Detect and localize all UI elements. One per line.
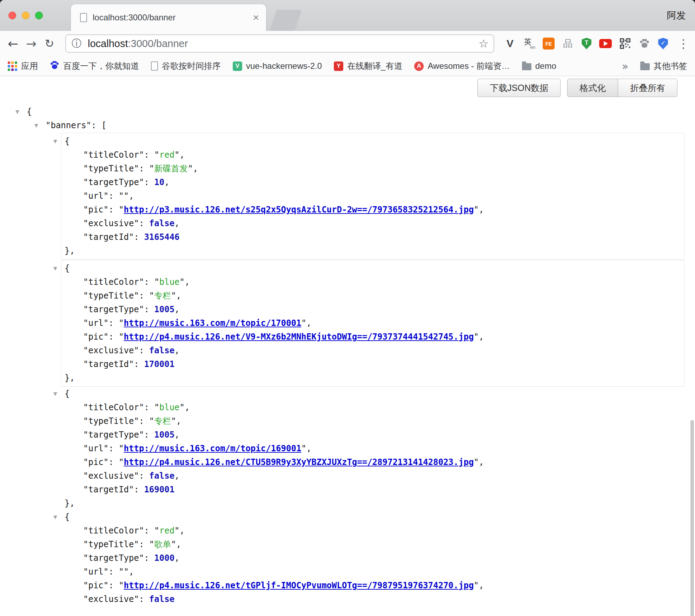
tab-close-icon[interactable]: × (253, 12, 259, 23)
bookmark-star-icon[interactable]: ☆ (478, 37, 489, 50)
bookmarks-overflow-chevron-icon[interactable]: » (622, 60, 628, 72)
bookmark-item-baidu[interactable]: 百度一下，你就知道 (50, 60, 139, 72)
forward-button[interactable]: → (23, 31, 39, 56)
omnibox[interactable]: ⓘ localhost:3000/banner ☆ (65, 34, 494, 53)
profile-name[interactable]: 阿发 (667, 0, 686, 31)
json-object-box: ▼{"titleColor": "blue","typeTitle": "专栏"… (61, 260, 684, 387)
url-host: localhost (88, 38, 128, 49)
json-line: "targetType": 1005, (61, 303, 684, 316)
json-line: "titleColor": "blue", (0, 401, 695, 414)
json-line: "titleColor": "blue", (61, 275, 684, 289)
json-link[interactable]: http://p4.music.126.net/V9-MXz6b2MNhEKju… (124, 332, 474, 342)
collapse-toggle-icon[interactable]: ▼ (34, 119, 46, 132)
page-content: 下载JSON数据 格式化 折叠所有 ▼{▼"banners": [▼{"titl… (0, 77, 695, 616)
reload-button[interactable]: ↻ (41, 31, 58, 56)
json-line: "targetId": 169001 (0, 483, 695, 497)
url-text[interactable]: localhost:3000/banner (88, 38, 188, 50)
vertical-scrollbar[interactable] (690, 420, 694, 616)
action-buttons: 下载JSON数据 格式化 折叠所有 (477, 79, 677, 97)
collapse-toggle-icon[interactable]: ▼ (15, 105, 27, 119)
window-zoom-button[interactable] (35, 12, 43, 19)
json-link[interactable]: http://p4.music.126.net/tGPljf-IMOCyPvum… (124, 581, 474, 590)
browser-window: localhost:3000/banner × 阿发 ← → ↻ ⓘ local… (0, 0, 695, 616)
window-minimize-button[interactable] (22, 12, 29, 19)
bookmark-item-demo[interactable]: demo (522, 61, 556, 71)
json-link[interactable]: http://music.163.com/m/topic/169001 (124, 444, 302, 453)
other-bookmarks[interactable]: 其他书签 (640, 60, 687, 72)
tab-favicon-page-icon (80, 13, 87, 22)
translate-pen-icon[interactable]: 英 en (523, 38, 535, 50)
toolbar: ← → ↻ ⓘ localhost:3000/banner ☆ V 英 en F… (0, 31, 695, 56)
download-json-button[interactable]: 下载JSON数据 (477, 79, 561, 97)
json-line: "pic": "http://p4.music.126.net/CTU5B9R9… (0, 456, 695, 469)
json-line: "exclusive": false, (61, 217, 684, 230)
window-close-button[interactable] (8, 12, 16, 19)
json-line: }, (0, 497, 695, 510)
json-line: }, (61, 244, 684, 258)
bookmark-item-google-sort[interactable]: 谷歌按时间排序 (151, 60, 221, 72)
collapse-toggle-icon[interactable]: ▼ (53, 387, 65, 401)
tab-title: localhost:3000/banner (93, 13, 253, 22)
vimium-icon[interactable]: V (504, 38, 516, 50)
security-check-icon[interactable]: ✓ (658, 38, 668, 50)
folder-icon (640, 63, 650, 70)
json-line: "url": "http://music.163.com/m/topic/170… (61, 316, 684, 330)
tab-strip: localhost:3000/banner × 阿发 (0, 0, 695, 31)
json-object-box: ▼{"titleColor": "red","typeTitle": "新碟首发… (61, 133, 684, 260)
browser-menu-icon[interactable]: ⋮ (677, 31, 689, 56)
new-tab-button[interactable] (270, 10, 302, 31)
json-line: "pic": "http://p4.music.126.net/tGPljf-I… (0, 579, 695, 592)
json-line: "typeTitle": "新碟首发", (61, 162, 684, 176)
back-button[interactable]: ← (5, 31, 21, 56)
json-line: "titleColor": "red", (61, 148, 684, 162)
page-icon (151, 61, 158, 71)
collapse-toggle-icon[interactable]: ▼ (53, 135, 65, 148)
bookmark-item-awesomes[interactable]: A Awesomes - 前端资… (414, 60, 510, 72)
json-line: "typeTitle": "专栏", (61, 289, 684, 303)
json-line: ▼{ (61, 262, 684, 275)
bookmark-item-youdao[interactable]: Y 在线翻译_有道 (334, 60, 402, 72)
json-line: "url": "http://music.163.com/m/topic/169… (0, 442, 695, 456)
browser-tab[interactable]: localhost:3000/banner × (71, 4, 266, 31)
bookmark-item-apps[interactable]: 应用 (8, 60, 38, 72)
collapse-toggle-icon[interactable]: ▼ (53, 510, 65, 524)
format-button[interactable]: 格式化 (567, 79, 618, 97)
json-line: "pic": "http://p4.music.126.net/V9-MXz6b… (61, 330, 684, 344)
paw-icon[interactable] (638, 38, 650, 50)
awesomes-icon: A (414, 61, 424, 71)
json-link[interactable]: http://p4.music.126.net/CTU5B9R9y3XyYBZX… (124, 457, 474, 467)
site-info-icon[interactable]: ⓘ (72, 37, 81, 50)
fehelper-icon[interactable]: FE (543, 38, 555, 50)
json-line: "url": "", (0, 565, 695, 579)
json-line: "targetType": 1005, (0, 428, 695, 442)
json-link[interactable]: http://music.163.com/m/topic/170001 (124, 318, 302, 328)
vue-icon: V (233, 61, 242, 71)
json-line: "targetType": 10, (61, 176, 684, 189)
json-line: ▼{ (0, 387, 695, 401)
baidu-paw-icon (50, 60, 59, 72)
json-link[interactable]: http://p3.music.126.net/s25q2x5QyqsAzilC… (124, 205, 474, 215)
json-line: "url": "", (61, 189, 684, 203)
json-tree: ▼{▼"banners": [▼{"titleColor": "red","ty… (0, 105, 695, 616)
bookmark-item-vue-hackernews[interactable]: V vue-hackernews-2.0 (233, 61, 322, 71)
extension-icons: V 英 en FE 品 T (504, 31, 668, 56)
json-line: }, (61, 371, 684, 385)
json-line: ▼{ (0, 105, 695, 119)
collapse-toggle-icon[interactable]: ▼ (53, 262, 65, 275)
json-line: "targetType": 1000, (0, 551, 695, 565)
collapse-all-button[interactable]: 折叠所有 (618, 79, 677, 97)
green-shield-icon[interactable]: T (581, 38, 592, 50)
json-line: ▼{ (61, 135, 684, 148)
youtube-icon[interactable] (599, 39, 612, 48)
json-line: "exclusive": false, (61, 344, 684, 358)
json-line: "pic": "http://p3.music.126.net/s25q2x5Q… (61, 203, 684, 217)
youdao-icon: Y (334, 61, 343, 71)
org-chart-icon[interactable]: 品 (562, 38, 574, 50)
json-line: ▼{ (0, 510, 695, 524)
json-line: "typeTitle": "专栏", (0, 414, 695, 428)
apps-grid-icon (8, 61, 17, 71)
json-line: ▼"banners": [ (0, 119, 695, 132)
json-line: "targetId": 170001 (61, 358, 684, 371)
url-path: :3000/banner (128, 38, 188, 49)
qr-code-icon[interactable] (619, 38, 631, 50)
